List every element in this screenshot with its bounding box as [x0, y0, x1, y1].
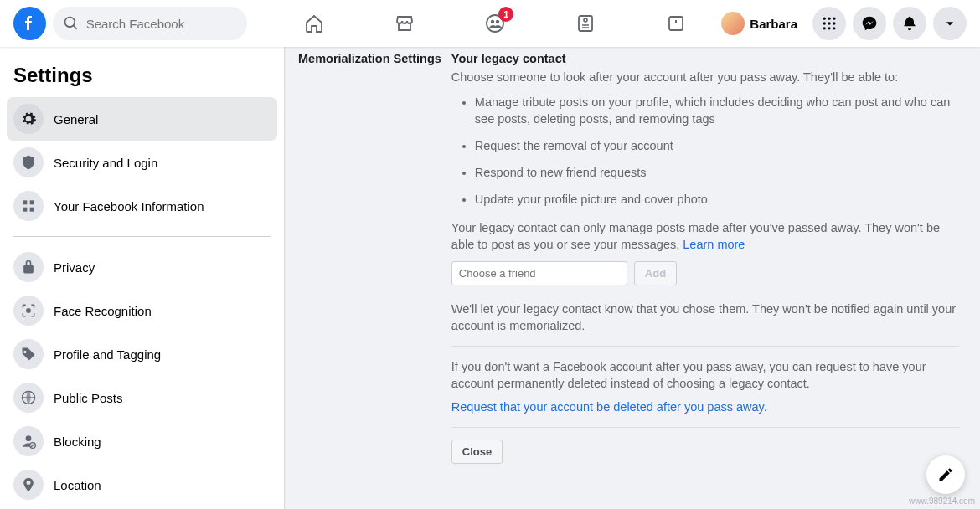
- legacy-contact-panel: Your legacy contact Choose someone to lo…: [451, 52, 960, 464]
- delete-info-text: If you don't want a Facebook account aft…: [451, 358, 960, 392]
- svg-point-4: [584, 18, 587, 22]
- svg-rect-18: [30, 208, 34, 212]
- grid-icon: [821, 15, 838, 32]
- list-item: Respond to new friend requests: [475, 164, 960, 181]
- marketplace-tab[interactable]: [363, 3, 446, 44]
- divider: [451, 427, 960, 428]
- groups-badge: 1: [498, 7, 513, 22]
- edit-icon: [937, 466, 954, 483]
- news-tab[interactable]: [544, 3, 627, 44]
- messenger-icon: [861, 15, 878, 32]
- panel-heading: Your legacy contact: [451, 52, 960, 65]
- main-content: Memorialization Settings Your legacy con…: [285, 47, 980, 484]
- sidebar-item-label: General: [54, 112, 98, 126]
- list-item: Update your profile picture and cover ph…: [475, 191, 960, 208]
- list-item: Manage tribute posts on your profile, wh…: [475, 94, 960, 127]
- notifications-button[interactable]: [893, 7, 926, 40]
- sidebar-item-label: Security and Login: [54, 156, 157, 170]
- list-item: Request the removal of your account: [475, 137, 960, 154]
- learn-more-link[interactable]: Learn more: [683, 238, 745, 251]
- request-delete-link[interactable]: Request that your account be deleted aft…: [451, 400, 960, 414]
- home-icon: [304, 13, 324, 33]
- block-icon: [13, 426, 44, 456]
- svg-point-14: [833, 27, 835, 29]
- right-nav: Barbara: [718, 7, 967, 40]
- avatar: [721, 12, 745, 35]
- face-icon: [13, 296, 44, 326]
- svg-rect-17: [23, 208, 27, 212]
- news-icon: [575, 13, 596, 33]
- sidebar-item-privacy[interactable]: Privacy: [7, 245, 277, 289]
- sidebar-item-security[interactable]: Security and Login: [7, 141, 277, 184]
- shield-icon: [13, 147, 44, 177]
- sidebar-item-face-recognition[interactable]: Face Recognition: [7, 289, 277, 332]
- svg-point-2: [496, 20, 499, 23]
- section-label: Memorialization Settings: [298, 52, 441, 65]
- marketplace-icon: [395, 13, 415, 33]
- choose-friend-input[interactable]: [451, 261, 627, 285]
- svg-point-7: [828, 18, 830, 20]
- svg-point-13: [828, 27, 830, 29]
- profile-chip[interactable]: Barbara: [718, 8, 806, 39]
- bookmark-tab[interactable]: [634, 3, 718, 44]
- facebook-logo[interactable]: [13, 7, 46, 40]
- settings-sidebar: Settings General Security and Login Your…: [0, 47, 285, 509]
- center-tabs: 1: [272, 3, 718, 44]
- sidebar-item-label: Face Recognition: [54, 304, 152, 318]
- messenger-button[interactable]: [853, 7, 886, 40]
- compose-fab[interactable]: [926, 455, 965, 494]
- svg-rect-15: [23, 200, 27, 204]
- svg-rect-5: [669, 17, 683, 30]
- svg-point-21: [26, 435, 32, 441]
- facebook-f-icon: [19, 13, 39, 33]
- close-button[interactable]: Close: [451, 440, 503, 464]
- divider: [451, 346, 960, 347]
- top-navigation: 1 Barbara: [0, 0, 980, 47]
- sidebar-item-profile-tagging[interactable]: Profile and Tagging: [7, 332, 277, 376]
- home-tab[interactable]: [272, 3, 356, 44]
- bell-icon: [901, 15, 918, 32]
- note-text: Your legacy contact can only manage post…: [451, 219, 960, 253]
- choose-friend-row: Add: [451, 261, 960, 285]
- notify-text: We'll let your legacy contact know that …: [451, 301, 960, 334]
- location-icon: [13, 470, 44, 500]
- svg-point-19: [26, 308, 31, 313]
- groups-tab[interactable]: 1: [453, 3, 537, 44]
- svg-point-1: [491, 20, 494, 23]
- sidebar-item-label: Your Facebook Information: [54, 199, 204, 213]
- svg-point-12: [823, 27, 826, 29]
- sidebar-item-location[interactable]: Location: [7, 463, 277, 506]
- sidebar-item-label: Profile and Tagging: [54, 347, 161, 362]
- svg-point-6: [823, 18, 826, 20]
- intro-text: Choose someone to look after your accoun…: [451, 69, 960, 85]
- bookmark-icon: [666, 13, 686, 33]
- sidebar-divider: [13, 236, 271, 237]
- lock-icon: [13, 252, 44, 282]
- info-grid-icon: [13, 191, 44, 221]
- add-button[interactable]: Add: [634, 261, 677, 285]
- watermark: www.989214.com: [909, 496, 975, 506]
- sidebar-item-blocking[interactable]: Blocking: [7, 419, 277, 463]
- globe-icon: [13, 383, 44, 413]
- sidebar-item-public-posts[interactable]: Public Posts: [7, 376, 277, 419]
- menu-grid-button[interactable]: [812, 7, 846, 40]
- search-input[interactable]: [86, 17, 229, 31]
- sidebar-item-general[interactable]: General: [7, 97, 277, 141]
- search-box[interactable]: [53, 7, 248, 40]
- capability-list: Manage tribute posts on your profile, wh…: [451, 94, 960, 208]
- sidebar-title: Settings: [7, 60, 277, 97]
- tag-icon: [13, 339, 44, 369]
- sidebar-item-your-info[interactable]: Your Facebook Information: [7, 184, 277, 228]
- svg-rect-16: [30, 200, 34, 204]
- sidebar-item-label: Blocking: [54, 434, 101, 449]
- account-dropdown-button[interactable]: [933, 7, 967, 40]
- svg-point-9: [823, 22, 826, 24]
- user-name-label: Barbara: [750, 17, 797, 31]
- sidebar-item-label: Privacy: [54, 260, 95, 275]
- svg-point-10: [828, 22, 830, 24]
- svg-point-11: [833, 22, 835, 24]
- gear-icon: [13, 104, 44, 134]
- search-icon: [63, 15, 80, 32]
- sidebar-item-label: Public Posts: [54, 391, 123, 405]
- caret-down-icon: [941, 15, 958, 32]
